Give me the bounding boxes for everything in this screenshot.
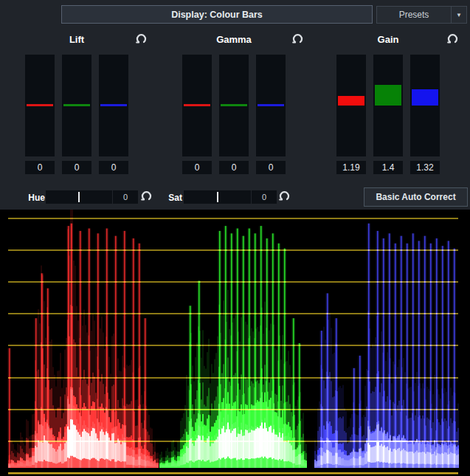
hue-slider[interactable] bbox=[46, 190, 112, 204]
gamma-label: Gamma bbox=[204, 34, 263, 45]
gamma-blue-value[interactable]: 0 bbox=[256, 161, 286, 174]
display-mode-button[interactable]: Display: Colour Bars bbox=[61, 5, 373, 24]
reset-icon bbox=[278, 190, 291, 202]
gamma-green-slider[interactable] bbox=[219, 55, 249, 156]
slider-handle bbox=[412, 89, 438, 106]
lift-reset-button[interactable] bbox=[135, 32, 148, 45]
lift-blue-value[interactable]: 0 bbox=[99, 161, 128, 174]
gain-green-value[interactable]: 1.4 bbox=[373, 161, 403, 174]
reset-icon bbox=[140, 190, 153, 202]
lift-red-slider[interactable] bbox=[25, 55, 55, 156]
sat-reset-button[interactable] bbox=[278, 190, 291, 202]
gamma-green-value[interactable]: 0 bbox=[219, 161, 249, 174]
reset-icon bbox=[446, 32, 459, 45]
slider-handle bbox=[221, 104, 247, 106]
slider-handle bbox=[184, 104, 210, 106]
presets-button[interactable]: Presets ▼ bbox=[376, 6, 467, 24]
sat-slider-tick bbox=[217, 192, 218, 202]
slider-handle bbox=[100, 104, 127, 106]
sat-slider[interactable] bbox=[184, 190, 251, 204]
waveform-scope bbox=[0, 210, 470, 476]
gamma-reset-button[interactable] bbox=[291, 32, 304, 45]
gain-red-value[interactable]: 1.19 bbox=[336, 161, 366, 174]
slider-handle bbox=[63, 104, 90, 106]
gain-red-slider[interactable] bbox=[336, 55, 366, 156]
gain-label: Gain bbox=[359, 34, 418, 45]
gamma-blue-slider[interactable] bbox=[256, 55, 286, 156]
chevron-down-icon[interactable]: ▼ bbox=[452, 12, 466, 18]
slider-handle bbox=[338, 96, 364, 106]
slider-handle bbox=[375, 85, 401, 106]
slider-handle bbox=[258, 104, 284, 106]
lift-green-slider[interactable] bbox=[62, 55, 91, 156]
presets-label: Presets bbox=[377, 10, 451, 20]
reset-icon bbox=[135, 32, 148, 45]
lift-green-value[interactable]: 0 bbox=[62, 161, 91, 174]
sat-value[interactable]: 0 bbox=[252, 190, 277, 204]
reset-icon bbox=[291, 32, 304, 45]
hue-label: Hue bbox=[24, 193, 45, 203]
lift-label: Lift bbox=[47, 34, 106, 45]
gamma-red-value[interactable]: 0 bbox=[182, 161, 212, 174]
lift-red-value[interactable]: 0 bbox=[25, 161, 55, 174]
controls-panel: Display: Colour Bars Presets ▼ Lift Gamm… bbox=[0, 0, 470, 210]
colour-correction-panel: Display: Colour Bars Presets ▼ Lift Gamm… bbox=[0, 0, 470, 476]
hue-slider-tick bbox=[78, 192, 80, 202]
hue-value[interactable]: 0 bbox=[113, 190, 138, 204]
slider-handle bbox=[27, 104, 53, 106]
lift-blue-slider[interactable] bbox=[99, 55, 128, 156]
basic-auto-correct-button[interactable]: Basic Auto Correct bbox=[364, 187, 468, 207]
gain-green-slider[interactable] bbox=[373, 55, 403, 156]
gamma-red-slider[interactable] bbox=[182, 55, 212, 156]
gain-reset-button[interactable] bbox=[446, 32, 459, 45]
hue-reset-button[interactable] bbox=[140, 190, 153, 202]
gain-blue-slider[interactable] bbox=[410, 55, 440, 156]
sat-label: Sat bbox=[164, 193, 182, 203]
gain-blue-value[interactable]: 1.32 bbox=[410, 161, 440, 174]
